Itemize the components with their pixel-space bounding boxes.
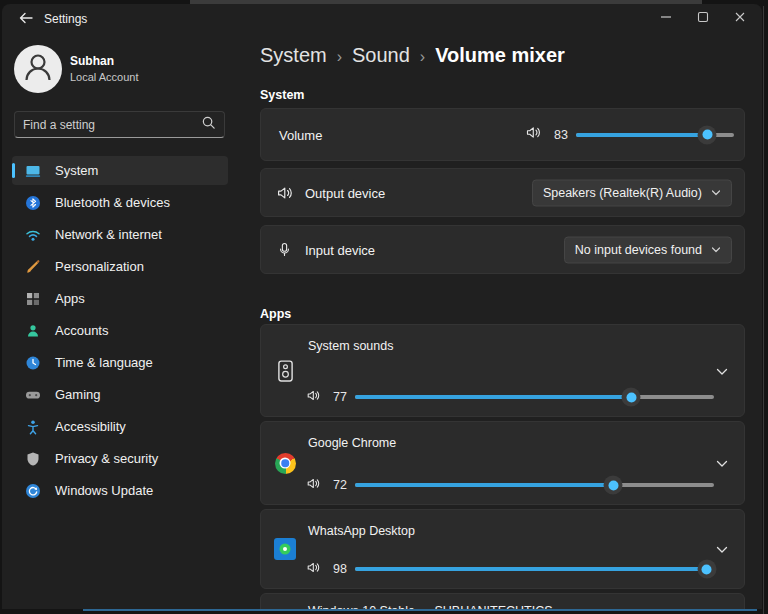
app-volume-value: 77: [329, 390, 347, 404]
slider-fill: [576, 133, 707, 137]
output-device-dropdown[interactable]: Speakers (Realtek(R) Audio): [532, 179, 732, 206]
back-button[interactable]: [14, 10, 38, 30]
slider-thumb[interactable]: [697, 560, 716, 579]
app-volume-value: 98: [329, 562, 347, 576]
volume-value: 83: [550, 128, 568, 142]
sidebar-item-label: Accounts: [55, 323, 108, 338]
sidebar-item-gaming[interactable]: Gaming: [12, 380, 228, 409]
expand-button[interactable]: [712, 539, 732, 559]
sidebar-item-accounts[interactable]: Accounts: [12, 316, 228, 345]
breadcrumb-sound[interactable]: Sound: [352, 44, 410, 67]
wifi-icon: [25, 227, 41, 243]
search-box[interactable]: [14, 111, 225, 138]
sidebar-item-label: Apps: [55, 291, 85, 306]
sidebar-item-label: Privacy & security: [55, 451, 158, 466]
search-icon[interactable]: [201, 115, 216, 134]
bluetooth-icon: [25, 195, 41, 211]
app-volume-slider[interactable]: [355, 567, 714, 571]
sidebar-item-personalization[interactable]: Personalization: [12, 252, 228, 281]
input-device-dropdown[interactable]: No input devices found: [564, 236, 732, 263]
sidebar-item-label: Gaming: [55, 387, 101, 402]
app-name: Google Chrome: [308, 436, 396, 450]
output-device-label: Output device: [305, 185, 385, 200]
system-icon: [25, 163, 41, 179]
chevron-down-icon: [711, 186, 721, 200]
sidebar-item-bluetooth-devices[interactable]: Bluetooth & devices: [12, 188, 228, 217]
settings-window: Settings Subhan Local Account: [2, 4, 762, 609]
selected-indicator: [12, 163, 15, 178]
sidebar-item-system[interactable]: System: [12, 156, 228, 185]
sidebar-item-label: Time & language: [55, 355, 153, 370]
slider-fill: [355, 483, 613, 487]
speaker-icon: [306, 560, 321, 579]
background-window-edge: [763, 6, 764, 614]
sidebar-item-label: Personalization: [55, 259, 144, 274]
expand-button[interactable]: [712, 453, 732, 473]
whatsapp-icon: [272, 534, 298, 564]
system-sounds-icon: [272, 356, 298, 386]
update-arrows-icon: [25, 483, 41, 499]
output-device-value: Speakers (Realtek(R) Audio): [543, 186, 702, 200]
main-content: System › Sound › Volume mixer System Vol…: [258, 4, 745, 609]
chevron-down-icon: [716, 454, 728, 472]
app-volume-card-partial: Windows 10 Stable — SUBHANITECHTICS: [260, 593, 745, 609]
clock-icon: [25, 355, 41, 371]
section-header-system: System: [260, 88, 304, 102]
sidebar-item-apps[interactable]: Apps: [12, 284, 228, 313]
sidebar-item-time-language[interactable]: Time & language: [12, 348, 228, 377]
slider-fill: [355, 567, 707, 571]
sidebar-item-windows-update[interactable]: Windows Update: [12, 476, 228, 505]
speaker-icon: [276, 184, 294, 202]
user-name: Subhan: [70, 54, 114, 68]
sidebar-nav: System Bluetooth & devices Network & int…: [12, 156, 228, 505]
apps-grid-icon: [25, 291, 41, 307]
slider-fill: [355, 395, 631, 399]
page-title: Volume mixer: [435, 44, 565, 67]
sidebar-item-label: Accessibility: [55, 419, 126, 434]
chevron-down-icon: [711, 243, 721, 257]
sidebar-item-accessibility[interactable]: Accessibility: [12, 412, 228, 441]
slider-thumb[interactable]: [698, 125, 717, 144]
search-input[interactable]: [23, 118, 201, 132]
app-volume-control: 72: [306, 480, 714, 490]
sidebar-item-label: Windows Update: [55, 483, 153, 498]
app-volume-slider[interactable]: [355, 483, 714, 487]
breadcrumb: System › Sound › Volume mixer: [260, 44, 565, 67]
output-device-card: Output device Speakers (Realtek(R) Audio…: [260, 168, 745, 217]
accessibility-person-icon: [25, 419, 41, 435]
input-device-card: Input device No input devices found: [260, 225, 745, 274]
game-controller-icon: [25, 387, 41, 403]
window-title: Settings: [44, 12, 87, 26]
section-header-apps: Apps: [260, 307, 291, 321]
chevron-right-icon: ›: [337, 48, 342, 66]
breadcrumb-system[interactable]: System: [260, 44, 327, 67]
speaker-icon: [525, 124, 542, 145]
sidebar-item-label: System: [55, 163, 98, 178]
app-name: WhatsApp Desktop: [308, 524, 415, 538]
app-volume-card-google-chrome: Google Chrome 72: [260, 421, 745, 505]
user-avatar[interactable]: [14, 45, 62, 93]
speaker-icon: [306, 476, 321, 495]
back-arrow-icon: [18, 10, 34, 30]
chevron-down-icon: [716, 362, 728, 380]
microphone-icon: [276, 241, 294, 259]
speaker-icon: [306, 388, 321, 407]
app-volume-card-whatsapp-desktop: WhatsApp Desktop 98: [260, 509, 745, 589]
slider-thumb[interactable]: [622, 388, 641, 407]
sidebar-item-network-internet[interactable]: Network & internet: [12, 220, 228, 249]
app-name: Windows 10 Stable — SUBHANITECHTICS: [308, 604, 553, 609]
sidebar-item-label: Network & internet: [55, 227, 162, 242]
app-volume-card-system-sounds: System sounds 77: [260, 324, 745, 417]
shield-icon: [25, 451, 41, 467]
app-volume-slider[interactable]: [355, 395, 714, 399]
volume-label: Volume: [279, 127, 322, 142]
slider-thumb[interactable]: [604, 476, 623, 495]
app-volume-value: 72: [329, 478, 347, 492]
brush-icon: [25, 259, 41, 275]
app-volume-control: 98: [306, 564, 714, 574]
volume-slider[interactable]: [576, 133, 734, 137]
expand-button[interactable]: [712, 361, 732, 381]
background-bottom-line: [83, 609, 757, 611]
sidebar-item-privacy-security[interactable]: Privacy & security: [12, 444, 228, 473]
input-device-label: Input device: [305, 242, 375, 257]
